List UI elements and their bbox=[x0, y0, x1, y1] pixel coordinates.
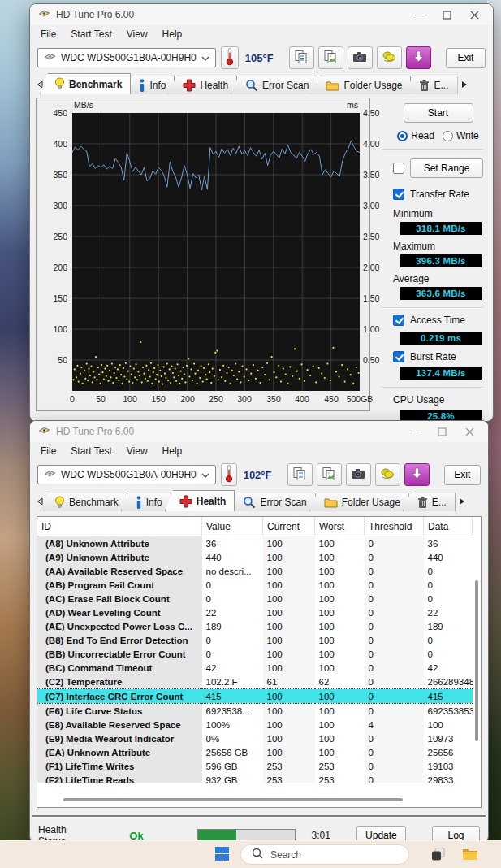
screenshot-button[interactable] bbox=[348, 46, 373, 69]
tab-health[interactable]: Health bbox=[168, 76, 237, 94]
taskbar-search[interactable]: Search bbox=[240, 844, 409, 865]
cell-value: 596 GB bbox=[202, 759, 263, 773]
table-row[interactable]: (BB) Uncorrectable Error Count010010000 bbox=[37, 647, 473, 661]
menu-view[interactable]: View bbox=[119, 27, 155, 41]
x-axis-tick: 450 bbox=[324, 394, 339, 404]
tab-folder-usage[interactable]: Folder Usage bbox=[311, 76, 411, 94]
copy-image-button[interactable] bbox=[318, 46, 343, 69]
drive-select[interactable]: WDC WDS500G1B0A-00H9H0 bbox=[37, 48, 216, 67]
table-row[interactable]: (AA) Available Reserved Spaceno descri..… bbox=[37, 564, 473, 578]
menu-bar: File Start Test View Help bbox=[30, 25, 493, 42]
exit-button[interactable]: Exit bbox=[446, 48, 486, 68]
menu-start-test[interactable]: Start Test bbox=[63, 27, 119, 41]
access-time-checkbox[interactable] bbox=[393, 315, 404, 326]
tab-scroll-right-button[interactable] bbox=[456, 493, 469, 510]
table-row[interactable]: (B8) End To End Error Detection010010000 bbox=[37, 633, 473, 647]
copy-text-button[interactable] bbox=[289, 46, 314, 69]
title-bar[interactable]: HD Tune Pro 6.00 bbox=[30, 421, 488, 442]
table-row[interactable]: (C7) Interface CRC Error Count4151001000… bbox=[37, 689, 473, 704]
cell-worst: 100 bbox=[315, 731, 365, 745]
read-radio[interactable] bbox=[397, 131, 408, 141]
menu-start-test[interactable]: Start Test bbox=[63, 444, 119, 458]
start-button[interactable] bbox=[213, 847, 231, 863]
vertical-scrollbar[interactable] bbox=[475, 580, 478, 741]
burst-rate-checkbox[interactable] bbox=[393, 351, 404, 362]
y-axis-tick-left: 300 bbox=[37, 201, 67, 210]
table-row[interactable]: (AE) Unexpected Power Loss C...189100100… bbox=[37, 619, 473, 633]
tab-health[interactable]: Health bbox=[165, 490, 235, 511]
tab-error-scan[interactable]: Error Scan bbox=[228, 493, 315, 511]
maximize-icon[interactable] bbox=[436, 7, 457, 23]
temperature-value: 102°F bbox=[244, 469, 279, 481]
cell-current: 100 bbox=[263, 564, 315, 578]
copy-image-button[interactable] bbox=[317, 463, 342, 486]
temperature-button[interactable] bbox=[221, 463, 237, 486]
table-row[interactable]: (E6) Life Curve Status6923538...10010006… bbox=[37, 704, 473, 718]
minimize-icon[interactable] bbox=[404, 423, 425, 440]
column-header-current[interactable]: Current bbox=[263, 517, 315, 536]
cell-threshold: 0 bbox=[365, 704, 424, 718]
temperature-button[interactable] bbox=[221, 46, 239, 69]
close-icon[interactable] bbox=[459, 423, 480, 440]
tab-info[interactable]: Info bbox=[121, 493, 171, 511]
screenshot-button[interactable] bbox=[346, 463, 371, 486]
tab-benchmark[interactable]: Benchmark bbox=[40, 73, 131, 94]
cell-value: 100% bbox=[202, 718, 263, 731]
menu-file[interactable]: File bbox=[33, 444, 63, 458]
column-header-worst[interactable]: Worst bbox=[315, 517, 365, 536]
table-row[interactable]: (AB) Program Fail Count010010000 bbox=[37, 578, 473, 592]
minimize-icon[interactable] bbox=[408, 7, 430, 23]
thermometer-icon bbox=[225, 47, 235, 68]
column-header-value[interactable]: Value bbox=[202, 517, 263, 536]
exit-button[interactable]: Exit bbox=[444, 465, 481, 485]
tab-folder-usage[interactable]: Folder Usage bbox=[309, 493, 409, 511]
cell-worst: 100 bbox=[315, 704, 365, 718]
set-range-checkbox[interactable] bbox=[393, 163, 404, 174]
table-row[interactable]: (BC) Command Timeout42100100042 bbox=[37, 661, 473, 675]
transfer-rate-checkbox[interactable] bbox=[393, 189, 404, 200]
tab-benchmark[interactable]: Benchmark bbox=[40, 493, 127, 511]
tab-info[interactable]: Info bbox=[124, 76, 175, 94]
cell-worst: 100 bbox=[315, 647, 365, 661]
write-radio[interactable] bbox=[443, 131, 453, 141]
horizontal-scrollbar[interactable] bbox=[63, 798, 403, 801]
toolbar: WDC WDS500G1B0A-00H9H0 102°F Exit bbox=[30, 459, 488, 491]
table-row[interactable]: (F1) LifeTime Writes596 GB253253019103 bbox=[37, 759, 473, 773]
tab-erase[interactable]: E... bbox=[403, 493, 456, 511]
column-header-data[interactable]: Data bbox=[424, 517, 473, 536]
download-button[interactable] bbox=[406, 46, 431, 69]
menu-help[interactable]: Help bbox=[155, 27, 190, 41]
start-button[interactable]: Start bbox=[404, 103, 473, 123]
task-view-button[interactable] bbox=[430, 847, 447, 863]
table-row[interactable]: (EA) Unknown Attribute25656 GB1001000256… bbox=[37, 745, 473, 759]
set-range-row: Set Range bbox=[393, 158, 483, 178]
table-row[interactable]: (A8) Unknown Attribute36100100036 bbox=[37, 536, 473, 551]
tab-error-scan[interactable]: Error Scan bbox=[231, 76, 317, 94]
menu-file[interactable]: File bbox=[33, 27, 63, 41]
donate-button[interactable] bbox=[375, 463, 400, 486]
table-row[interactable]: (AD) Wear Leveling Count22100100022 bbox=[37, 605, 473, 619]
close-icon[interactable] bbox=[464, 7, 485, 23]
table-row[interactable]: (F2) LifeTime Reads932 GB253253029833 bbox=[37, 773, 473, 783]
drive-select[interactable]: WDC WDS500G1B0A-00H9H0 bbox=[37, 465, 216, 484]
cell-current: 100 bbox=[263, 661, 315, 675]
download-button[interactable] bbox=[404, 463, 430, 486]
maximize-icon[interactable] bbox=[431, 423, 452, 440]
column-header-id[interactable]: ID bbox=[37, 517, 202, 536]
tab-erase[interactable]: E... bbox=[404, 76, 457, 94]
copy-text-button[interactable] bbox=[287, 463, 313, 486]
title-bar[interactable]: HD Tune Pro 6.00 bbox=[30, 4, 493, 25]
table-row[interactable]: (A9) Unknown Attribute4401001000440 bbox=[37, 550, 473, 564]
tab-scroll-right-button[interactable] bbox=[458, 76, 472, 93]
column-header-threshold[interactable]: Threshold bbox=[365, 517, 424, 536]
table-row[interactable]: (E8) Available Reserved Space100%1001004… bbox=[37, 718, 473, 731]
table-row[interactable]: (E9) Media Wearout Indicator0%1001000109… bbox=[37, 731, 473, 745]
table-row[interactable]: (C2) Temperature102.2 F61620266289348... bbox=[37, 675, 473, 689]
menu-view[interactable]: View bbox=[119, 444, 155, 458]
file-explorer-button[interactable] bbox=[461, 847, 479, 863]
magnifier-icon bbox=[245, 79, 258, 92]
table-row[interactable]: (AC) Erase Fail Block Count010010000 bbox=[37, 592, 473, 605]
menu-help[interactable]: Help bbox=[155, 444, 190, 458]
set-range-button[interactable]: Set Range bbox=[410, 158, 483, 178]
donate-button[interactable] bbox=[377, 46, 402, 69]
